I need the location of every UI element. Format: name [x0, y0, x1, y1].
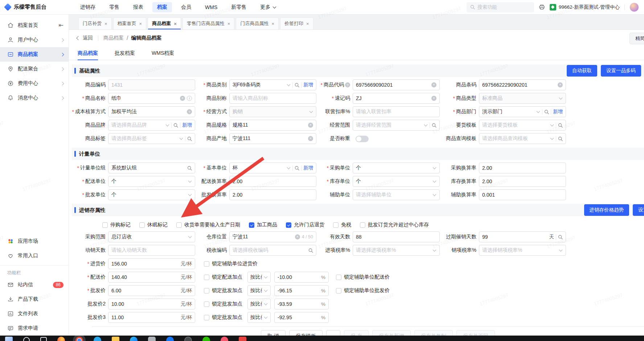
search-icon[interactable] — [187, 166, 192, 170]
checkbox-lock-aux-delivery-price[interactable]: 锁定辅助单位配送价 — [336, 274, 390, 280]
checkbox-lock-purchase-price[interactable]: 锁定辅助单位进货价 — [204, 260, 258, 267]
field-item-type[interactable]: 标准商品 — [479, 93, 566, 104]
tab-2[interactable]: 档案首页× — [113, 17, 147, 29]
wechat-icon[interactable] — [202, 337, 210, 341]
field-operation-mode[interactable]: 购销 — [229, 106, 316, 117]
clear-icon[interactable]: × — [295, 234, 300, 239]
sidebar-item-product-download[interactable]: 产品下载 — [0, 292, 69, 307]
markup-mode-select-wholesale-price[interactable]: 按比例 — [247, 285, 271, 296]
markup-percent-wholesale-price3[interactable]: -92.95% — [274, 312, 329, 323]
close-icon[interactable]: × — [104, 21, 107, 26]
field-item-department[interactable]: 演示部门新增 — [479, 106, 566, 117]
field-item-tags[interactable]: 请选择商品标签 — [108, 133, 195, 144]
field-delivery-unit[interactable]: 个 — [108, 176, 195, 187]
app-dark-icon[interactable] — [184, 337, 192, 341]
field-purchase-price[interactable]: 156.00元/杯 — [108, 258, 195, 269]
clear-icon[interactable]: × — [431, 96, 436, 101]
field-wholesale-unit[interactable]: 个 — [108, 189, 195, 200]
save-template-button[interactable]: 保存模板 — [289, 330, 323, 336]
tab-4[interactable]: 零售门店商品属性× — [182, 17, 235, 29]
app-pink-icon[interactable] — [221, 337, 228, 341]
checkbox-stop-purchase-flag[interactable]: 停购标记 — [102, 222, 131, 228]
clear-icon[interactable]: × — [558, 82, 563, 87]
sidebar-item-file-list[interactable]: 文件列表 — [0, 307, 69, 321]
field-warehouse-location[interactable]: 宁波11×4 / 50 — [229, 231, 316, 242]
field-item-name[interactable]: 纸巾×i — [108, 93, 195, 104]
clear-icon[interactable]: × — [308, 136, 313, 141]
search-icon[interactable] — [558, 235, 563, 239]
sidebar-item-fee-center[interactable]: 费用中心 — [0, 76, 69, 91]
field-item-spec[interactable]: 规格11× — [229, 120, 316, 131]
close-icon[interactable]: × — [174, 21, 177, 26]
sidebar-item-frequent-entry[interactable]: 常用入口 — [0, 248, 69, 263]
field-unit-group[interactable]: 系统默认组 — [108, 163, 195, 173]
app-blue-icon[interactable] — [166, 337, 174, 341]
field-stock-rate[interactable]: 2.00 — [479, 176, 566, 187]
search-icon[interactable] — [432, 123, 436, 128]
field-delivery-price[interactable]: 140.40元/杯 — [108, 272, 195, 283]
checkbox-lock-wholesale-price2[interactable]: 锁定批发加点 — [204, 301, 242, 307]
nav-item-6[interactable]: WMS — [200, 3, 222, 12]
tab-5[interactable]: 门店商品属性× — [236, 17, 279, 29]
checkbox-lock-aux-wholesale-price[interactable]: 锁定辅助单位批发价 — [336, 287, 390, 294]
field-item-brand[interactable]: 请选择商品品牌新增 — [108, 120, 195, 131]
tab-6[interactable]: 价签打印× — [280, 17, 313, 29]
price-trend-button[interactable]: 进销存价格趋势 — [584, 204, 629, 216]
search-icon[interactable] — [558, 123, 563, 128]
clear-icon[interactable]: × — [180, 96, 185, 101]
field-cost-method[interactable]: 加权平均法? — [108, 106, 195, 117]
nav-item-7[interactable]: 新零售 — [226, 2, 251, 12]
file-explorer-icon[interactable] — [112, 337, 119, 341]
field-expiry-push-days[interactable]: 99天 — [479, 231, 566, 242]
simplify-button[interactable]: 精简 — [629, 33, 644, 44]
field-shorthand-code[interactable]: ZJ× — [353, 93, 440, 104]
field-wholesale-price3[interactable]: 11.00元/杯 — [108, 312, 195, 323]
app-gray-icon[interactable] — [148, 337, 156, 341]
field-wholesale-price[interactable]: 6.00元/杯 — [108, 285, 195, 296]
search-icon[interactable] — [295, 166, 299, 170]
field-input-tax-rate[interactable]: 请选择进项税率% — [353, 245, 440, 256]
field-item-barcode[interactable]: 6975662229090201× — [479, 79, 566, 90]
markup-mode-select-delivery-price[interactable]: 按比例 — [247, 272, 271, 283]
sidebar-item-app-market[interactable]: 应用市场 — [0, 234, 69, 248]
close-icon[interactable]: × — [306, 21, 309, 26]
field-wholesale-rate[interactable]: 2.00 — [229, 189, 316, 200]
field-base-unit[interactable]: 杯新增 — [229, 163, 316, 173]
checkbox-tax-free[interactable]: 免税 — [333, 222, 351, 228]
nav-item-8[interactable]: 更多 — [255, 2, 281, 12]
close-icon[interactable]: × — [227, 21, 230, 26]
close-icon[interactable]: × — [139, 21, 142, 26]
field-stock-unit[interactable]: 个 — [353, 176, 440, 187]
search-icon[interactable] — [308, 248, 313, 253]
auto-fetch-button[interactable]: 自动获取 — [567, 65, 597, 77]
collapse-sidebar-icon[interactable]: ⇤ — [59, 22, 63, 28]
field-purchase-rate[interactable]: 2.00 — [479, 163, 566, 173]
field-delivery-rate[interactable]: 2.00 — [229, 176, 316, 187]
sidebar-item-user-center[interactable]: 用户中心 — [0, 33, 69, 47]
account-switcher[interactable]: 99662-新界面测试-管理中心 — [550, 4, 620, 11]
tab-3[interactable]: 商品档案× — [148, 17, 181, 29]
sidebar-item-delivery-aggregate[interactable]: 配送聚合 — [0, 62, 69, 76]
windows-start-icon[interactable] — [5, 337, 13, 341]
search-icon[interactable] — [173, 123, 178, 128]
tab-1[interactable]: 门店补货× — [78, 17, 112, 29]
field-purchase-unit[interactable]: 个 — [353, 163, 440, 173]
edge-icon[interactable] — [130, 337, 138, 341]
markup-percent-delivery-price[interactable]: -10.00% — [274, 272, 329, 283]
add-new-link[interactable]: 新增 — [553, 108, 563, 115]
nav-item-1[interactable]: 进销存 — [75, 2, 100, 12]
task-view-icon[interactable] — [40, 337, 47, 341]
avatar[interactable] — [629, 3, 639, 12]
field-output-tax-rate[interactable]: 请选择销项税率% — [479, 245, 566, 256]
field-request-template[interactable]: 请选择要货模板 — [479, 120, 566, 131]
search-icon[interactable] — [558, 136, 563, 141]
cancel-button[interactable]: 取 消 — [261, 330, 286, 336]
detail-tab-1[interactable]: 商品档案 — [78, 46, 98, 60]
sidebar-item-request-apply[interactable]: 需求申请 — [0, 321, 69, 336]
field-tax-code[interactable]: 请选择税收编码 — [229, 245, 316, 256]
search-input[interactable]: 搜索功能 — [467, 2, 534, 12]
field-wholesale-price2[interactable]: 10.00元/杯 — [108, 299, 195, 309]
field-origin[interactable]: 宁波111× — [229, 133, 316, 144]
checkbox-lock-delivery-price[interactable]: 锁定配送加点 — [204, 274, 242, 280]
nav-item-5[interactable]: 会员 — [176, 2, 196, 12]
